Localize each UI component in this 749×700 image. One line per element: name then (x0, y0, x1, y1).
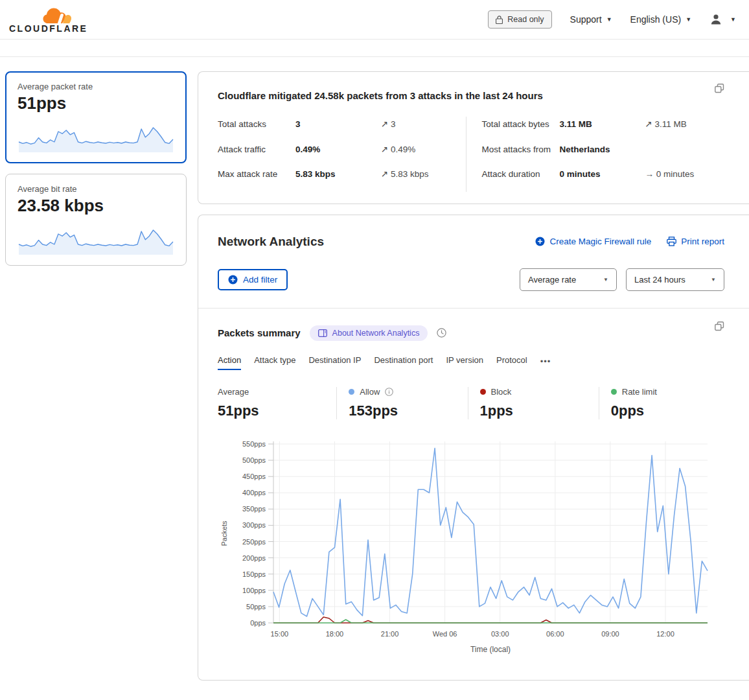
metric-card-bit-rate[interactable]: Average bit rate 23.58 kbps (5, 174, 187, 266)
svg-text:06:00: 06:00 (546, 630, 564, 638)
chevron-down-icon: ▼ (730, 16, 736, 23)
tab-destination-port[interactable]: Destination port (374, 355, 433, 370)
support-label: Support (570, 14, 602, 25)
svg-text:400pps: 400pps (242, 489, 266, 496)
print-report-link[interactable]: Print report (667, 237, 724, 246)
stat-value: 51pps (218, 402, 336, 419)
stat-value: Netherlands (560, 145, 645, 154)
svg-text:350pps: 350pps (242, 505, 266, 513)
stat-label: Average (218, 387, 249, 397)
metric-label: Average bit rate (17, 184, 174, 194)
svg-text:Packets: Packets (220, 520, 228, 546)
trend-up-icon: ↗ (381, 145, 388, 154)
summary-stats-left: Total attacks 3 ↗ 3 Attack traffic 0.49%… (218, 117, 466, 192)
svg-text:09:00: 09:00 (601, 630, 619, 638)
chevron-down-icon: ▼ (686, 16, 691, 23)
stat-allow: Allow 153pps (336, 387, 467, 419)
chevron-down-icon: ▼ (606, 16, 612, 23)
analytics-title: Network Analytics (218, 235, 324, 249)
stat-row: Total attack bytes 3.11 MB ↗ 3.11 MB (482, 117, 730, 132)
trend-up-icon: ↗ (381, 169, 388, 179)
allow-series-dot (349, 389, 354, 395)
stat-trend: ↗ 3 (381, 119, 396, 129)
stat-average: Average 51pps (218, 387, 336, 419)
summary-stats-right: Total attack bytes 3.11 MB ↗ 3.11 MB Mos… (466, 117, 730, 192)
read-only-label: Read only (507, 15, 544, 24)
stat-value: 0.49% (295, 145, 381, 154)
stat-value: 3.11 MB (560, 119, 645, 129)
stat-label: Allow (360, 387, 380, 397)
trend-up-icon: ↗ (645, 119, 652, 129)
metric-select[interactable]: Average rate ▼ (520, 268, 617, 291)
stat-row: Total attacks 3 ↗ 3 (218, 117, 466, 132)
stat-row: Max attack rate 5.83 kbps ↗ 5.83 kbps (218, 167, 466, 182)
person-icon (709, 13, 722, 26)
stat-value: 0 minutes (560, 169, 645, 179)
add-filter-button[interactable]: Add filter (218, 269, 288, 290)
metric-value: 51pps (17, 93, 174, 113)
svg-text:150pps: 150pps (242, 570, 266, 578)
svg-text:0pps: 0pps (250, 619, 266, 627)
create-magic-firewall-rule-link[interactable]: Create Magic Firewall rule (535, 237, 651, 246)
copy-icon[interactable] (715, 84, 724, 96)
secondary-nav-strip (0, 40, 749, 57)
attack-summary-card: Cloudflare mitigated 24.58k packets from… (198, 71, 749, 204)
tab-ip-version[interactable]: IP version (446, 355, 483, 370)
cloudflare-cloud-icon (41, 6, 71, 25)
stat-label: Block (491, 387, 512, 397)
time-range-select[interactable]: Last 24 hours ▼ (626, 268, 724, 291)
trend-flat-icon: → (645, 169, 654, 179)
plus-circle-icon (228, 275, 238, 285)
account-menu[interactable]: ▼ (709, 13, 736, 26)
svg-text:Wed 06: Wed 06 (433, 630, 457, 638)
stat-row: Attack duration 0 minutes → 0 minutes (482, 167, 730, 182)
svg-text:03:00: 03:00 (491, 630, 509, 638)
metric-value: 23.58 kbps (17, 196, 174, 216)
svg-text:500pps: 500pps (242, 456, 266, 464)
rate-limit-series-dot (611, 389, 617, 395)
svg-text:50pps: 50pps (246, 603, 266, 611)
read-only-badge: Read only (488, 10, 551, 29)
bit-rate-sparkline (17, 221, 174, 259)
clock-icon[interactable] (437, 328, 446, 338)
trend-up-icon: ↗ (381, 119, 388, 129)
support-menu[interactable]: Support ▼ (570, 14, 612, 25)
stat-value: 5.83 kbps (295, 169, 381, 179)
stat-value: 153pps (349, 402, 467, 419)
tab-attack-type[interactable]: Attack type (254, 355, 295, 370)
svg-text:15:00: 15:00 (271, 630, 289, 638)
info-icon[interactable] (385, 388, 393, 396)
copy-icon[interactable] (715, 321, 724, 334)
chevron-down-icon: ▼ (603, 277, 608, 283)
stat-block: Block 1pps (468, 387, 599, 419)
stat-trend: ↗ 3.11 MB (645, 119, 687, 129)
metric-label: Average packet rate (17, 82, 174, 91)
stat-trend: → 0 minutes (645, 169, 695, 179)
language-label: English (US) (630, 14, 682, 25)
about-network-analytics-badge[interactable]: About Network Analytics (310, 325, 428, 341)
svg-text:300pps: 300pps (242, 521, 266, 529)
brand-text: CLOUDFLARE (9, 24, 87, 33)
tab-action[interactable]: Action (218, 355, 241, 370)
stat-row: Most attacks from Netherlands (482, 142, 730, 158)
stat-trend: ↗ 5.83 kbps (381, 169, 429, 179)
svg-text:100pps: 100pps (242, 587, 266, 594)
stat-label: Total attack bytes (482, 117, 560, 132)
language-menu[interactable]: English (US) ▼ (630, 14, 692, 25)
stat-label: Most attacks from (482, 142, 560, 158)
stat-value: 1pps (480, 402, 599, 419)
tab-destination-ip[interactable]: Destination IP (308, 355, 361, 370)
cloudflare-logo[interactable]: CLOUDFLARE (9, 6, 87, 33)
stat-value: 3 (295, 119, 381, 129)
packets-summary-title: Packets summary (218, 327, 301, 338)
stat-label: Attack traffic (218, 142, 295, 158)
network-analytics-card: Network Analytics Create Magic Firewall … (198, 215, 749, 681)
more-tabs-icon[interactable]: ••• (540, 356, 551, 370)
tab-protocol[interactable]: Protocol (496, 355, 527, 370)
svg-text:250pps: 250pps (242, 537, 266, 545)
svg-text:12:00: 12:00 (656, 630, 674, 638)
book-icon (318, 329, 327, 337)
metric-card-packet-rate[interactable]: Average packet rate 51pps (5, 71, 187, 163)
svg-text:21:00: 21:00 (381, 630, 399, 638)
packet-rate-sparkline (17, 119, 174, 156)
